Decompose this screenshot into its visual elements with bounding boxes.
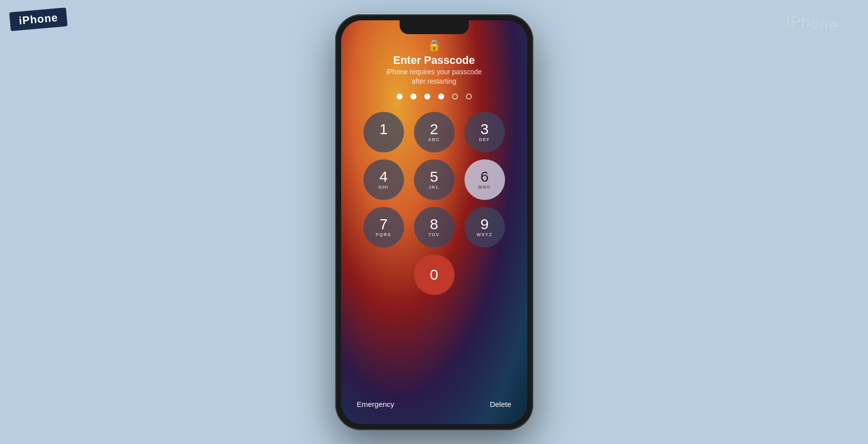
lock-icon: 🔒: [427, 39, 441, 52]
key-2-letters: ABC: [428, 137, 440, 142]
passcode-title: Enter Passcode: [341, 54, 527, 67]
key-6-letters: MNO: [478, 185, 491, 190]
key-6[interactable]: 6 MNO: [464, 159, 505, 200]
key-3-letters: DEF: [479, 137, 490, 142]
dot-4: [438, 94, 444, 99]
dot-5: [452, 94, 458, 99]
iphone-label-right: iPhone: [785, 12, 839, 34]
scene: iPhone iPhone 🔒 Enter Passcode iPhone r: [0, 0, 868, 444]
key-4[interactable]: 4 GHI: [363, 159, 404, 200]
key-6-num: 6: [480, 169, 489, 184]
key-5-num: 5: [430, 169, 438, 184]
key-1[interactable]: 1: [363, 112, 404, 152]
key-5-letters: JKL: [429, 185, 440, 190]
keypad-row-1: 1 2 ABC 3 DEF: [363, 112, 505, 152]
keypad-row-4: 0: [414, 254, 455, 295]
key-9[interactable]: 9 WXYZ: [464, 207, 505, 247]
keypad-row-2: 4 GHI 5 JKL 6 MNO: [363, 159, 505, 200]
keypad-row-3: 7 PQRS 8 TUV 9 WXYZ: [363, 207, 505, 247]
passcode-dots: [341, 94, 527, 99]
phone-screen: 🔒 Enter Passcode iPhone requires your pa…: [341, 20, 527, 424]
iphone-label-left: iPhone: [9, 7, 68, 31]
key-4-letters: GHI: [378, 185, 389, 190]
subtitle-line2: after restarting: [411, 77, 456, 85]
key-4-num: 4: [379, 169, 388, 184]
key-2[interactable]: 2 ABC: [414, 112, 455, 152]
dot-1: [397, 94, 403, 99]
keypad: 1 2 ABC 3 DEF: [341, 112, 527, 295]
key-9-letters: WXYZ: [477, 232, 493, 237]
subtitle-line1: iPhone requires your passcode: [386, 68, 482, 76]
emergency-button[interactable]: Emergency: [355, 396, 397, 412]
phone-body: 🔒 Enter Passcode iPhone requires your pa…: [335, 14, 533, 430]
bottom-actions: Emergency Delete: [341, 396, 527, 412]
notch: [400, 20, 469, 34]
key-7-letters: PQRS: [376, 232, 392, 237]
key-8[interactable]: 8 TUV: [414, 207, 455, 247]
key-8-num: 8: [430, 217, 438, 232]
key-8-letters: TUV: [428, 232, 440, 237]
key-3[interactable]: 3 DEF: [464, 112, 505, 152]
phone-wrapper: 🔒 Enter Passcode iPhone requires your pa…: [330, 9, 538, 435]
dot-3: [424, 94, 430, 99]
key-1-letters: [382, 137, 384, 142]
key-0-num: 0: [430, 267, 438, 282]
key-5[interactable]: 5 JKL: [414, 159, 455, 200]
key-3-num: 3: [480, 122, 489, 137]
passcode-subtitle: iPhone requires your passcode after rest…: [341, 67, 527, 87]
key-1-num: 1: [379, 122, 388, 137]
dot-6: [466, 94, 472, 99]
key-2-num: 2: [430, 122, 438, 137]
key-0[interactable]: 0: [414, 254, 455, 295]
key-9-num: 9: [480, 217, 489, 232]
key-7-num: 7: [379, 217, 388, 232]
dot-2: [410, 94, 416, 99]
delete-button[interactable]: Delete: [488, 396, 513, 412]
key-7[interactable]: 7 PQRS: [363, 207, 404, 247]
